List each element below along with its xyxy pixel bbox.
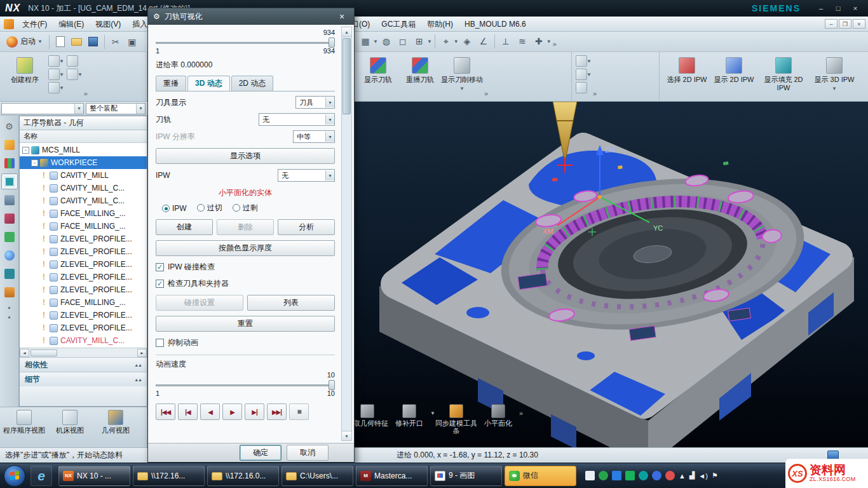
tray-sync-icon[interactable]: [652, 471, 661, 480]
show-3d-ipw-button[interactable]: 显示 3D IPW ▼: [810, 55, 859, 92]
scrollbar-thumb[interactable]: [342, 38, 351, 114]
slider-handle[interactable]: [329, 380, 335, 390]
path-position-slider[interactable]: [156, 37, 335, 48]
tab-2d-dynamic[interactable]: 2D 动态: [231, 76, 274, 91]
scroll-right-icon[interactable]: ►: [137, 349, 147, 357]
navigator-column-header[interactable]: 名称: [20, 130, 147, 143]
animation-speed-slider[interactable]: [156, 379, 335, 391]
tree-row[interactable]: !ZLEVEL_PROFILE...: [20, 309, 147, 322]
ipw-collision-check-row[interactable]: IPW 碰撞检查: [156, 262, 335, 273]
dialog-title-bar[interactable]: ⚙ 刀轨可视化 ×: [148, 8, 354, 25]
create-program-button[interactable]: 创建程序: [4, 55, 46, 84]
checkbox-unchecked-icon[interactable]: [156, 339, 164, 347]
window-layout-icon[interactable]: ⊞: [412, 34, 427, 49]
verify-toolpath-icon[interactable]: [576, 55, 587, 67]
group-overflow-icon[interactable]: »: [592, 90, 598, 98]
machine-simulation-icon[interactable]: [576, 69, 587, 80]
tray-antivirus-icon[interactable]: [625, 471, 635, 480]
radio-ipw[interactable]: IPW: [162, 204, 187, 213]
step-forward-button[interactable]: ▶|: [245, 403, 264, 420]
tree-row[interactable]: !FACE_MILLING_...: [20, 207, 147, 220]
tree-row[interactable]: !ZLEVEL_PROFILE...: [20, 258, 147, 271]
checkbox-checked-icon[interactable]: [156, 263, 164, 271]
play-button[interactable]: ▶: [222, 403, 242, 420]
show-cut-moves-button[interactable]: 显示刀削移动 ▼: [441, 55, 483, 92]
display-options-button[interactable]: 显示选项: [156, 148, 335, 164]
collapse-icon[interactable]: -: [22, 147, 29, 154]
scroll-up-icon[interactable]: ▲: [342, 27, 351, 37]
shaded-view-icon[interactable]: ◍: [379, 34, 394, 49]
point-snap-icon[interactable]: ✚: [531, 34, 546, 49]
scroll-down-icon[interactable]: ▼: [342, 431, 351, 440]
collapse-icon[interactable]: -: [31, 159, 38, 166]
tab-replay[interactable]: 重播: [156, 76, 186, 91]
angle-measure-icon[interactable]: ∠: [476, 34, 491, 49]
create-method-icon[interactable]: [48, 82, 60, 93]
tray-ime-icon[interactable]: [585, 471, 595, 480]
taskbar-button-mastercam[interactable]: M Masterca...: [356, 466, 428, 486]
show-toolpath-button[interactable]: 显示刀轨: [357, 55, 399, 84]
tree-row[interactable]: !ZLEVEL_PROFILE...: [20, 322, 147, 334]
menu-hb-mould[interactable]: HB_MOULD M6.6: [459, 17, 532, 32]
internet-explorer-button[interactable]: e: [31, 466, 52, 486]
go-to-end-button[interactable]: ▶▶|: [267, 403, 287, 420]
save-icon[interactable]: [86, 34, 101, 50]
tray-chat-icon[interactable]: [639, 471, 648, 480]
menu-edit[interactable]: 编辑(E): [53, 17, 90, 32]
checkbox-checked-icon[interactable]: [156, 280, 164, 288]
wireframe-view-icon[interactable]: ◻: [395, 34, 410, 49]
tree-row-selected[interactable]: - WORKPIECE: [20, 156, 147, 169]
analyze-button[interactable]: 分析: [278, 219, 335, 235]
tree-row[interactable]: !CAVITY_MILL_C...: [20, 334, 147, 347]
reset-button[interactable]: 重置: [156, 316, 335, 332]
show-filled-2d-ipw-button[interactable]: 显示填充 2D IPW: [757, 55, 810, 92]
create-geometry-icon[interactable]: [48, 69, 60, 80]
collision-settings-button[interactable]: 碰撞设置: [156, 295, 243, 311]
toolpath-select[interactable]: 无 ▼: [259, 113, 335, 126]
tree-row[interactable]: !ZLEVEL_PROFILE...: [20, 245, 147, 258]
tree-row[interactable]: !ZLEVEL_PROFILE...: [20, 271, 147, 283]
dialog-close-icon[interactable]: ×: [335, 11, 349, 22]
hd3d-tools-icon[interactable]: [1, 210, 18, 226]
tree-row[interactable]: !ZLEVEL_PROFILE...: [20, 233, 147, 245]
check-tool-holder-row[interactable]: 检查刀具和夹持器: [156, 278, 335, 289]
menu-file[interactable]: 文件(F): [17, 17, 53, 32]
list-button[interactable]: 列表: [247, 295, 335, 311]
ipw-resolution-select[interactable]: 中等 ▼: [293, 130, 335, 143]
taskbar-button-paint[interactable]: 9 - 画图: [430, 466, 502, 486]
synchronous-modeling-button[interactable]: 同步建模工具条: [435, 404, 477, 435]
generate-toolpath-icon[interactable]: [67, 69, 78, 80]
thickness-by-color-button[interactable]: 按颜色显示厚度: [156, 240, 335, 256]
assembly-navigator-icon[interactable]: [1, 137, 18, 152]
selection-filter-combo[interactable]: ▼: [1, 103, 84, 114]
constraint-navigator-icon[interactable]: [1, 155, 18, 171]
network-icon[interactable]: ▟: [689, 471, 695, 480]
scroll-left-icon[interactable]: ◄: [20, 349, 29, 357]
dependencies-section[interactable]: 相依性 ▲▲: [20, 357, 147, 372]
radio-gouge[interactable]: 过切: [197, 203, 222, 214]
operation-navigator-icon[interactable]: [1, 173, 18, 189]
new-file-icon[interactable]: [53, 34, 68, 50]
tree-row[interactable]: !ZLEVEL_PROFILE...: [20, 283, 147, 296]
play-reverse-button[interactable]: ◀: [200, 403, 220, 420]
windows-start-button[interactable]: [4, 465, 25, 487]
tree-row[interactable]: !FACE_MILLING_...: [20, 220, 147, 233]
show-2d-ipw-button[interactable]: 显示 2D IPW: [710, 55, 757, 84]
child-restore-button[interactable]: ❐: [839, 19, 851, 29]
tree-row[interactable]: !CAVITY_MILL_C...: [20, 182, 147, 194]
resource-options-gear-icon[interactable]: ⚙: [1, 118, 18, 134]
patch-openings-button[interactable]: 修补开口: [388, 404, 430, 427]
chevron-down-icon[interactable]: ▼: [430, 404, 435, 416]
tray-music-icon[interactable]: [665, 471, 675, 480]
open-file-icon[interactable]: [69, 34, 85, 50]
toolbar-overflow-icon[interactable]: »: [519, 404, 523, 417]
start-menu-button[interactable]: 启动 ▼: [3, 35, 46, 49]
ok-button[interactable]: 确定: [240, 445, 281, 461]
menu-help[interactable]: 帮助(H): [421, 17, 459, 32]
tray-security-icon[interactable]: [599, 471, 608, 480]
scrollbar-thumb[interactable]: [31, 349, 57, 356]
datum-plane-icon[interactable]: ◈: [459, 34, 475, 49]
tree-row[interactable]: !CAVITY_MILL: [20, 169, 147, 182]
volume-icon[interactable]: ◄): [698, 472, 708, 480]
taskbar-button-network-folder-2[interactable]: \\172.16.0...: [207, 466, 279, 486]
